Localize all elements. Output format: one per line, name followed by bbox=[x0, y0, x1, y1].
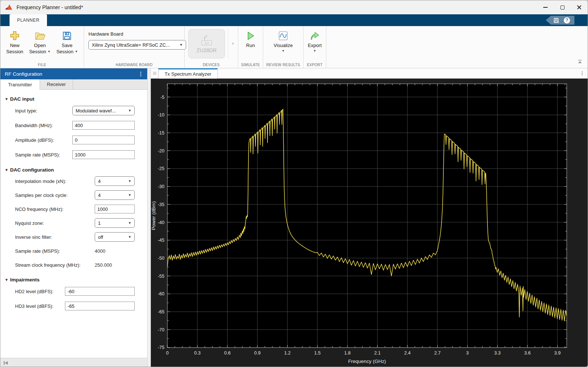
open-session-button[interactable]: Open Session▼ bbox=[29, 26, 50, 55]
spectrum-plot: 00.30.60.91.21.51.82.12.42.733.33.63.9-7… bbox=[151, 79, 588, 367]
close-button[interactable] bbox=[571, 0, 588, 14]
rf-config-body: ▾DAC inputInput type:Modulated wavef...▼… bbox=[0, 90, 147, 358]
app-window: Frequency Planner - untitled* PLANNER ? bbox=[0, 0, 588, 367]
chevron-down-icon: ▼ bbox=[313, 49, 316, 53]
tab-tx-spectrum-analyzer[interactable]: Tx Spectrum Analyzer bbox=[158, 68, 218, 79]
collapse-ribbon-button[interactable] bbox=[577, 58, 582, 65]
x-axis-label: Frequency (GHz) bbox=[348, 359, 386, 364]
quick-access-toolbar: ? bbox=[546, 16, 574, 25]
samples-per-clock-cycle-dropdown[interactable]: 4▼ bbox=[95, 190, 135, 200]
amplitude-dbfs-input[interactable] bbox=[72, 136, 135, 144]
nco-frequency-mhz-label: NCO frequency (MHz): bbox=[15, 206, 95, 212]
y-tick-label: -30 bbox=[158, 184, 164, 189]
chevron-down-icon: ▼ bbox=[128, 109, 131, 112]
close-icon bbox=[577, 5, 582, 10]
config-row: HD2 level (dBFS): bbox=[0, 284, 147, 299]
hd2-level-dbfs-label: HD2 level (dBFS): bbox=[15, 289, 65, 294]
x-tick-label: 1.2 bbox=[284, 350, 290, 356]
chevron-down-icon: ▼ bbox=[128, 179, 131, 183]
inverse-sinc-filter-dropdown[interactable]: off▼ bbox=[95, 232, 135, 242]
section-header-dac-configuration[interactable]: ▾DAC configuration bbox=[6, 167, 147, 173]
y-tick-label: -60 bbox=[158, 291, 164, 296]
toolbar-section-review-results: Visualize ▼ REVIEW RESULTS bbox=[263, 26, 304, 68]
x-tick-label: 3.6 bbox=[524, 350, 530, 356]
config-row: Stream clock frequency (MHz):250.000 bbox=[0, 258, 147, 272]
x-tick-label: 1.8 bbox=[344, 350, 351, 356]
tab-receiver[interactable]: Receiver bbox=[40, 79, 73, 89]
y-tick-label: -65 bbox=[158, 309, 164, 314]
config-row: NCO frequency (MHz): bbox=[0, 202, 147, 216]
export-button[interactable]: Export ▼ bbox=[308, 26, 322, 53]
nyquist-zone-label: Nyquist zone: bbox=[15, 220, 95, 226]
config-row: Amplitude (dBFS): bbox=[0, 133, 147, 147]
toolbar-section-export: Export ▼ EXPORT bbox=[304, 26, 326, 68]
sample-rate-msps-label: Sample rate (MSPS): bbox=[15, 248, 95, 254]
new-session-button[interactable]: New Session bbox=[6, 26, 23, 55]
run-icon bbox=[246, 29, 255, 42]
nyquist-zone-dropdown[interactable]: 1▼ bbox=[95, 218, 135, 228]
panel-menu-icon[interactable] bbox=[139, 70, 143, 78]
config-row: Bandwidth (MHz): bbox=[0, 118, 147, 133]
nco-frequency-mhz-input[interactable] bbox=[95, 205, 135, 213]
interpolation-mode-xn-dropdown[interactable]: 4▼ bbox=[95, 176, 135, 186]
tab-planner[interactable]: PLANNER bbox=[10, 14, 47, 26]
tab-transmitter[interactable]: Transmitter bbox=[0, 79, 40, 90]
tab-bar-menu-icon[interactable] bbox=[580, 68, 588, 78]
y-tick-label: -45 bbox=[158, 238, 164, 243]
export-icon bbox=[309, 29, 320, 42]
rf-configuration-panel: RF Configuration Transmitter Receiver ▾D… bbox=[0, 68, 147, 367]
collapse-icon: ▾ bbox=[6, 277, 8, 282]
maximize-button[interactable] bbox=[554, 0, 571, 14]
y-tick-label: -25 bbox=[158, 166, 164, 171]
sample-rate-msps-input[interactable] bbox=[72, 150, 135, 159]
x-tick-label: 3.3 bbox=[494, 350, 501, 356]
visualize-button[interactable]: Visualize ▼ bbox=[274, 26, 293, 53]
x-tick-label: 3.9 bbox=[554, 350, 560, 356]
section-header-dac-input[interactable]: ▾DAC input bbox=[6, 96, 147, 102]
minimize-icon bbox=[543, 7, 548, 8]
maximize-icon bbox=[560, 6, 565, 10]
bandwidth-mhz-input[interactable] bbox=[72, 121, 135, 130]
devices-dropdown-button[interactable]: ▼ bbox=[228, 29, 238, 58]
x-tick-label: 0.9 bbox=[254, 350, 261, 356]
toolbar-section-file: New Session Open Session▼ Save Session▼ bbox=[0, 26, 84, 68]
title-bar: Frequency Planner - untitled* bbox=[0, 0, 588, 14]
x-tick-label: 0 bbox=[166, 350, 168, 356]
chevron-down-icon: ▼ bbox=[128, 221, 131, 225]
panel-splitter[interactable] bbox=[147, 68, 151, 367]
collapse-panel-icon[interactable] bbox=[3, 361, 8, 365]
section-header-impairments[interactable]: ▾Impairments bbox=[6, 277, 147, 283]
toolbar: New Session Open Session▼ Save Session▼ bbox=[0, 26, 588, 68]
input-type-dropdown[interactable]: Modulated wavef...▼ bbox=[72, 106, 135, 115]
save-session-button[interactable]: Save Session▼ bbox=[57, 26, 78, 55]
hd3-level-dbfs-label: HD3 level (dBFS): bbox=[15, 303, 65, 309]
amplitude-dbfs-label: Amplitude (dBFS): bbox=[15, 137, 72, 143]
x-tick-label: 0.6 bbox=[224, 350, 231, 356]
x-tick-label: 2.4 bbox=[404, 350, 410, 356]
hardware-board-dropdown[interactable]: Xilinx Zynq UltraScale+ RFSoC ZC... ▼ bbox=[88, 40, 186, 50]
toolbar-section-simulate: Run SIMULATE bbox=[238, 26, 263, 68]
spectrum-analyzer-panel: Tx Spectrum Analyzer 00.30.60.91.21.51.8… bbox=[151, 68, 588, 367]
toolbar-section-hardware-board: Hardware Board Xilinx Zynq UltraScale+ R… bbox=[84, 26, 185, 68]
minimize-button[interactable] bbox=[537, 0, 554, 14]
sample-rate-msps-value: 4000 bbox=[95, 248, 105, 254]
y-tick-label: -20 bbox=[158, 148, 164, 154]
help-icon[interactable]: ? bbox=[564, 17, 570, 24]
collapse-icon: ▾ bbox=[6, 97, 8, 101]
y-tick-label: -40 bbox=[158, 220, 164, 225]
x-tick-label: 2.7 bbox=[434, 350, 440, 356]
save-icon[interactable] bbox=[553, 17, 559, 24]
y-tick-label: -75 bbox=[158, 345, 164, 350]
hd3-level-dbfs-input[interactable] bbox=[65, 302, 135, 310]
save-session-icon bbox=[62, 29, 72, 42]
stream-clock-frequency-mhz-label: Stream clock frequency (MHz): bbox=[15, 262, 95, 268]
run-button[interactable]: Run bbox=[246, 26, 255, 48]
sample-rate-msps-label: Sample rate (MSPS): bbox=[15, 152, 72, 158]
drag-grip-icon[interactable] bbox=[151, 68, 158, 78]
device-name: ZU28DR bbox=[197, 47, 217, 53]
panel-status-bar bbox=[0, 358, 147, 367]
device-zu28dr-button[interactable]: ZU28DR bbox=[188, 29, 225, 58]
chevron-down-icon: ▼ bbox=[75, 48, 78, 55]
collapse-ribbon-icon bbox=[577, 60, 582, 64]
hd2-level-dbfs-input[interactable] bbox=[65, 287, 135, 296]
